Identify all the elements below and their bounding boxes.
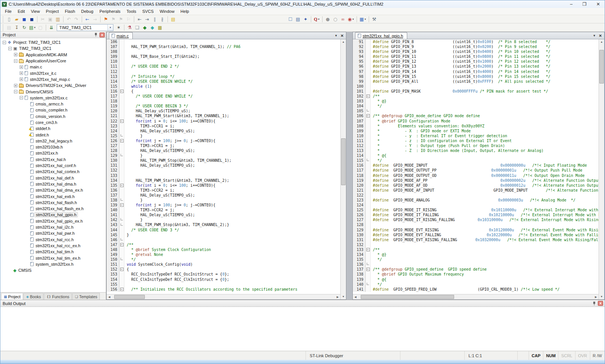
tree-item-stm32f1xx-hal-tim-ex-h[interactable]: stm32f1xx_hal_tim_ex.h xyxy=(0,255,106,261)
uncomment-button[interactable]: ∦ xyxy=(158,15,166,23)
tree-item-stm32f1xx-hal-msp-c[interactable]: +stm32f1xx_hal_msp.c xyxy=(0,76,106,82)
tree-item-tim2-tim3-i2c1[interactable]: −▣TIM2_TIM3_I2C1 xyxy=(0,45,106,51)
menu-file[interactable]: File xyxy=(2,8,15,14)
scroll-left-icon[interactable]: ◀ xyxy=(107,294,112,299)
panel-tab-project[interactable]: ▦Project xyxy=(1,293,23,300)
vertical-scrollbar[interactable]: ▲▼ xyxy=(599,39,604,299)
comment-button[interactable]: ∥ xyxy=(151,15,158,23)
collapse-icon[interactable]: − xyxy=(14,59,17,63)
fold-collapse-icon[interactable]: − xyxy=(120,203,124,207)
tree-item-stm32f1xx-hal-cortex-h[interactable]: stm32f1xx_hal_cortex.h xyxy=(0,169,106,175)
tree-item-system-stm32f1xx-c[interactable]: −system_stm32f1xx.c xyxy=(0,95,106,101)
tree-item-stm32f1xx-hal-flash-ex-h[interactable]: stm32f1xx_hal_flash_ex.h xyxy=(0,206,106,212)
minimize-button[interactable]: – xyxy=(570,2,572,7)
tree-item-drivers-stm32f1xx-hal-driver[interactable]: +Drivers/STM32F1xx_HAL_Driver xyxy=(0,82,106,88)
save-button[interactable]: ◼ xyxy=(20,15,28,23)
tree-item-stm32f1xx-hal-flash-h[interactable]: stm32f1xx_hal_flash.h xyxy=(0,200,106,206)
panel-tab-templates[interactable]: ❏Templates xyxy=(72,293,100,300)
close-button[interactable]: ✕ xyxy=(596,2,600,7)
undo-button[interactable]: ↶ xyxy=(65,15,73,23)
tree-item-application-mdk-arm[interactable]: +Application/MDK-ARM xyxy=(0,52,106,58)
scroll-up-icon[interactable]: ▲ xyxy=(599,39,604,45)
tree-item-stm32f1xx-hal-i2c-h[interactable]: stm32f1xx_hal_i2c.h xyxy=(0,224,106,230)
pin-icon[interactable] xyxy=(94,33,98,37)
tree-item-stm32f1xx-hal-gpio-ex-h[interactable]: stm32f1xx_hal_gpio_ex.h xyxy=(0,218,106,224)
menu-debug[interactable]: Debug xyxy=(78,8,96,14)
start-debug-session-button[interactable]: Q▾ xyxy=(313,15,321,23)
batch-build-button[interactable]: ▤▾ xyxy=(28,24,37,31)
collapse-icon[interactable]: − xyxy=(3,41,6,44)
cut-button[interactable]: ✂ xyxy=(39,15,47,23)
collapse-icon[interactable]: − xyxy=(20,96,23,99)
horizontal-scrollbar[interactable]: ◀▶ xyxy=(107,294,340,299)
editor-pane-gpio-h[interactable]: stm32f1xx_hal_gpio.h▼✕91#define GPIO_PIN… xyxy=(352,32,605,300)
tree-item-project-tim2-tim3-i2c1[interactable]: −❖Project: TIM2_TIM3_I2C1 xyxy=(0,39,106,45)
tree-item-stddef-h[interactable]: stddef.h xyxy=(0,125,106,132)
close-document-icon[interactable]: ✕ xyxy=(599,34,602,38)
build-output-content[interactable] xyxy=(0,307,605,351)
options-for-target-button[interactable]: ✶ xyxy=(115,24,123,31)
fold-collapse-icon[interactable]: − xyxy=(366,268,370,271)
start-stop-debug-button[interactable]: ◆ xyxy=(141,24,149,31)
panel-tab-books[interactable]: ◈Books xyxy=(23,293,43,300)
tree-item-system-stm32f1xx-h[interactable]: system_stm32f1xx.h xyxy=(0,261,106,267)
scroll-right-icon[interactable]: ▶ xyxy=(593,294,599,299)
tree-item-stdint-h[interactable]: stdint.h xyxy=(0,132,106,138)
scrollbar-thumb[interactable] xyxy=(599,50,604,84)
paste-button[interactable]: ▥ xyxy=(54,15,62,23)
horizontal-scrollbar[interactable]: ◀▶ xyxy=(353,294,599,299)
tab-main-c[interactable]: main.c xyxy=(109,32,133,39)
scroll-right-icon[interactable]: ▶ xyxy=(335,294,340,299)
tools-wrench-button[interactable]: ⚒ xyxy=(371,15,378,23)
tree-item-drivers-cmsis[interactable]: −Drivers/CMSIS xyxy=(0,88,106,94)
close-document-icon[interactable]: ✕ xyxy=(341,34,344,38)
tree-item-stm32f1xx-hal-exti-h[interactable]: stm32f1xx_hal_exti.h xyxy=(0,193,106,199)
fold-collapse-icon[interactable]: − xyxy=(366,94,370,98)
tree-item-cmsis-compiler-h[interactable]: cmsis_compiler.h xyxy=(0,107,106,113)
editor-pane-main-c[interactable]: main.c▼✕106107 HAL_TIM_PWM_Start(&htim3,… xyxy=(106,32,346,300)
unindent-button[interactable]: ⇤ xyxy=(136,15,143,23)
pin-icon[interactable] xyxy=(592,301,596,306)
scrollbar-thumb[interactable] xyxy=(114,295,144,299)
menu-window[interactable]: Window xyxy=(157,8,177,14)
debug-windows-button[interactable]: ▦▾ xyxy=(358,15,367,23)
scroll-left-icon[interactable]: ◀ xyxy=(353,294,358,299)
panel-tab-functions[interactable]: {}Functions xyxy=(44,293,72,300)
breakpoint-button[interactable]: ● xyxy=(324,15,332,23)
vertical-scrollbar[interactable]: ▲▼ xyxy=(340,39,346,299)
menu-edit[interactable]: Edit xyxy=(15,8,28,14)
code-area[interactable]: 106107 HAL_TIM_PWM_Start(&htim3, TIM_CHA… xyxy=(107,39,340,294)
tree-item-stm32f103xb-h[interactable]: stm32f103xb.h xyxy=(0,144,106,150)
clear-bookmarks-button[interactable]: ⚐ xyxy=(125,15,132,23)
target-select-dropdown[interactable]: TIM2_TIM3_I2C1▾ xyxy=(57,24,113,31)
fold-collapse-icon[interactable]: − xyxy=(120,268,124,271)
tab-list-dropdown-icon[interactable]: ▼ xyxy=(593,34,596,37)
expand-icon[interactable]: + xyxy=(20,71,23,75)
configure-editor-button[interactable]: ▤ xyxy=(169,15,177,23)
tree-item-stm32f1xx-h[interactable]: stm32f1xx.h xyxy=(0,150,106,156)
tree-item-stm32f1xx-hal-rcc-h[interactable]: stm32f1xx_hal_rcc.h xyxy=(0,237,106,243)
tree-item-core-cm3-h[interactable]: core_cm3.h xyxy=(0,119,106,125)
collapse-icon[interactable]: − xyxy=(8,47,12,50)
fold-collapse-icon[interactable]: − xyxy=(120,119,124,123)
tree-item-stm32f1xx-hal-dma-h[interactable]: stm32f1xx_hal_dma.h xyxy=(0,181,106,187)
flash-erase-button[interactable]: ◉▾ xyxy=(347,15,355,23)
navigate-forward-button[interactable]: → xyxy=(91,15,99,23)
expand-icon[interactable]: + xyxy=(20,65,23,69)
fold-collapse-icon[interactable]: − xyxy=(366,114,370,118)
tree-item-cmsis-version-h[interactable]: cmsis_version.h xyxy=(0,113,106,119)
translate-button[interactable]: ▤ xyxy=(5,24,13,31)
stop-build-button[interactable]: ▢ xyxy=(37,24,44,31)
tree-item-stm32f1xx-hal-conf-h[interactable]: stm32f1xx_hal_conf.h xyxy=(0,163,106,169)
fold-collapse-icon[interactable]: − xyxy=(120,90,124,93)
tree-item-stm32f1xx-hal-pwr-h[interactable]: stm32f1xx_hal_pwr.h xyxy=(0,230,106,236)
scroll-down-icon[interactable]: ▼ xyxy=(341,294,346,299)
scrollbar-thumb[interactable] xyxy=(341,138,346,185)
tree-item-stm32f1xx-it-c[interactable]: +stm32f1xx_it.c xyxy=(0,70,106,76)
close-panel-icon[interactable]: x xyxy=(99,33,105,37)
chevron-down-icon[interactable]: ▾ xyxy=(107,25,113,31)
download-load-button[interactable]: ⇊ xyxy=(48,24,55,31)
tree-item-application-user-core[interactable]: −Application/User/Core xyxy=(0,58,106,64)
fold-collapse-icon[interactable]: − xyxy=(120,243,124,246)
tree-item-stm32f1xx-hal-dma-ex-h[interactable]: stm32f1xx_hal_dma_ex.h xyxy=(0,187,106,193)
